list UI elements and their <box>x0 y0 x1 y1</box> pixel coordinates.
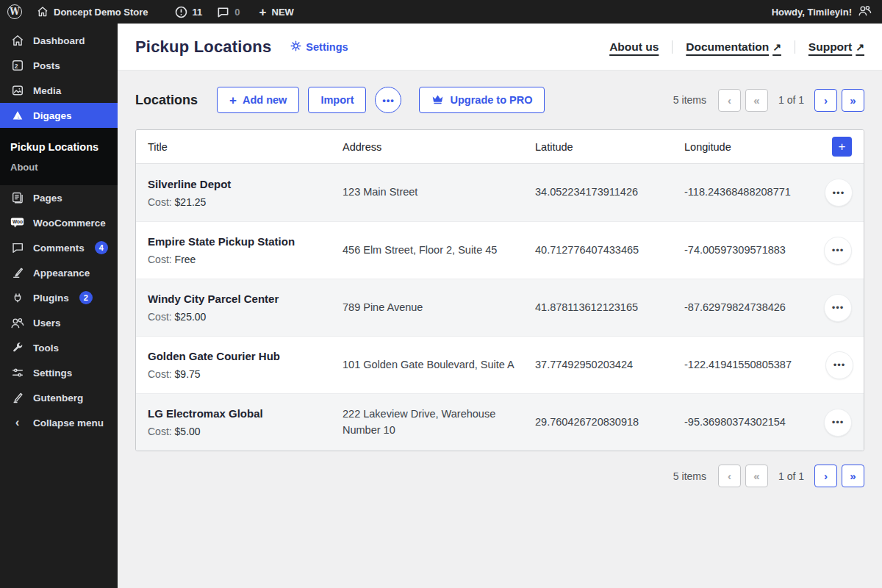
latitude-cell: 34.052234173911426 <box>535 184 684 200</box>
pagination-first-button[interactable]: « <box>745 89 768 112</box>
gear-icon <box>290 40 301 54</box>
upgrade-to-pro-button[interactable]: Upgrade to PRO <box>419 87 545 113</box>
svg-text:Woo: Woo <box>12 219 23 224</box>
comment-bubble-icon <box>217 6 229 18</box>
add-location-button[interactable]: + <box>832 137 852 157</box>
sidebar-item-dashboard[interactable]: Dashboard <box>0 28 118 53</box>
sidebar-label: Dashboard <box>33 35 85 46</box>
sidebar-item-media[interactable]: Media <box>0 78 118 103</box>
sidebar-label: Users <box>33 318 61 329</box>
table-row: Windy City Parcel Center Cost: $25.00 78… <box>136 279 864 336</box>
row-actions-button[interactable]: ••• <box>824 409 852 437</box>
page-header: Pickup Locations Settings About us Docum… <box>118 24 882 71</box>
import-button[interactable]: Import <box>308 87 366 113</box>
longitude-cell: -95.36980374302154 <box>684 415 811 430</box>
gutenberg-pencil-icon <box>10 391 24 405</box>
settings-link[interactable]: Settings <box>290 40 348 54</box>
wordpress-menu[interactable]: W <box>0 0 29 24</box>
table-row: Silverline Depot Cost: $21.25 123 Main S… <box>136 164 864 221</box>
crown-icon <box>431 94 444 107</box>
sidebar-label: Gutenberg <box>33 392 83 404</box>
sidebar-item-tools[interactable]: Tools <box>0 335 118 360</box>
column-header-address: Address <box>343 141 535 153</box>
cost-label: Cost: <box>148 426 172 437</box>
page-indicator: 1 of 1 <box>778 94 804 106</box>
plugins-count-badge: 2 <box>79 291 93 304</box>
pagination-last-button[interactable]: » <box>842 465 864 487</box>
about-us-label: About us <box>609 40 659 54</box>
location-title: Golden Gate Courier Hub <box>148 350 343 362</box>
sidebar-item-settings[interactable]: Settings <box>0 360 118 385</box>
sidebar-item-comments[interactable]: Comments 4 <box>0 235 118 260</box>
sidebar-item-posts[interactable]: 2 Posts <box>0 53 118 78</box>
sidebar-item-gutenberg[interactable]: Gutenberg <box>0 385 118 410</box>
title-cell: LG Electromax Global Cost: $5.00 <box>148 407 343 437</box>
sidebar-item-digages[interactable]: Digages <box>0 103 118 128</box>
locations-toolbar: Locations + Add new Import ••• Upgrade t… <box>135 87 864 113</box>
admin-sidebar: Dashboard 2 Posts Media Digages Pickup L… <box>0 24 118 588</box>
plus-icon: + <box>229 94 237 107</box>
comments-indicator[interactable]: 0 <box>209 0 247 24</box>
longitude-cell: -74.00597309571883 <box>684 243 811 258</box>
header-nav: About us Documentation ↗ Support ↗ <box>609 40 864 54</box>
address-cell: 101 Golden Gate Boulevard, Suite A <box>343 357 535 373</box>
cost-value: $25.00 <box>175 311 207 323</box>
page-indicator: 1 of 1 <box>778 470 804 482</box>
cost-label: Cost: <box>148 196 172 208</box>
sidebar-label: Digages <box>33 110 72 121</box>
submenu-item-pickup-locations[interactable]: Pickup Locations <box>10 137 118 157</box>
documentation-link[interactable]: Documentation ↗ <box>686 40 781 54</box>
row-actions-button[interactable]: ••• <box>824 237 852 265</box>
support-link[interactable]: Support ↗ <box>808 40 864 54</box>
pagination-prev-button[interactable]: ‹ <box>718 89 741 112</box>
column-header-longitude: Longitude <box>684 141 811 153</box>
plus-icon: + <box>839 140 846 153</box>
new-content-button[interactable]: + NEW <box>252 0 301 24</box>
location-title: Empire State Pickup Station <box>148 235 343 248</box>
site-name-link[interactable]: Doncept Demo Store <box>29 0 156 24</box>
pagination-next-button[interactable]: › <box>814 89 837 112</box>
woocommerce-logo-icon: Woo <box>10 216 24 230</box>
updates-indicator[interactable]: 11 <box>168 0 210 24</box>
row-actions-button[interactable]: ••• <box>825 179 853 207</box>
cost-value: $5.00 <box>175 426 201 437</box>
title-cell: Silverline Depot Cost: $21.25 <box>148 178 343 208</box>
longitude-cell: -118.24368488208771 <box>684 184 811 200</box>
sidebar-label: WooCommerce <box>33 218 106 229</box>
add-new-button[interactable]: + Add new <box>217 87 299 113</box>
location-title: Silverline Depot <box>148 178 343 190</box>
pagination-first-button[interactable]: « <box>745 465 768 487</box>
external-link-icon: ↗ <box>856 41 864 53</box>
ellipsis-icon: ••• <box>832 302 845 313</box>
ellipsis-icon: ••• <box>833 359 846 370</box>
pagination-prev-button[interactable]: ‹ <box>718 465 741 487</box>
address-cell: 123 Main Street <box>343 184 535 200</box>
more-actions-button[interactable]: ••• <box>375 87 401 113</box>
settings-sliders-icon <box>10 366 24 380</box>
cost-label: Cost: <box>148 368 172 380</box>
sidebar-item-appearance[interactable]: Appearance <box>0 260 118 285</box>
submenu-item-about[interactable]: About <box>10 157 118 176</box>
main-content: Pickup Locations Settings About us Docum… <box>118 24 882 588</box>
support-label: Support <box>808 40 852 54</box>
sidebar-label: Comments <box>33 243 85 254</box>
import-label: Import <box>320 94 354 106</box>
sidebar-label: Settings <box>33 368 72 379</box>
column-header-latitude: Latitude <box>535 141 684 153</box>
upgrade-label: Upgrade to PRO <box>450 94 532 106</box>
sidebar-item-users[interactable]: Users <box>0 310 118 335</box>
pages-icon <box>10 191 24 205</box>
pagination-last-button[interactable]: » <box>842 89 864 112</box>
pagination-next-button[interactable]: › <box>814 465 837 487</box>
about-us-link[interactable]: About us <box>609 40 659 54</box>
row-actions-button[interactable]: ••• <box>825 351 853 379</box>
location-title: Windy City Parcel Center <box>148 293 343 305</box>
sidebar-item-woocommerce[interactable]: Woo WooCommerce <box>0 210 118 235</box>
row-actions-button[interactable]: ••• <box>824 294 852 322</box>
sidebar-item-plugins[interactable]: Plugins 2 <box>0 285 118 310</box>
collapse-menu-button[interactable]: ‹ Collapse menu <box>0 410 118 435</box>
table-row: Empire State Pickup Station Cost: Free 4… <box>136 221 864 279</box>
howdy-account-link[interactable]: Howdy, Timileyin! <box>772 7 852 18</box>
ellipsis-icon: ••• <box>382 95 395 106</box>
sidebar-item-pages[interactable]: Pages <box>0 185 118 210</box>
